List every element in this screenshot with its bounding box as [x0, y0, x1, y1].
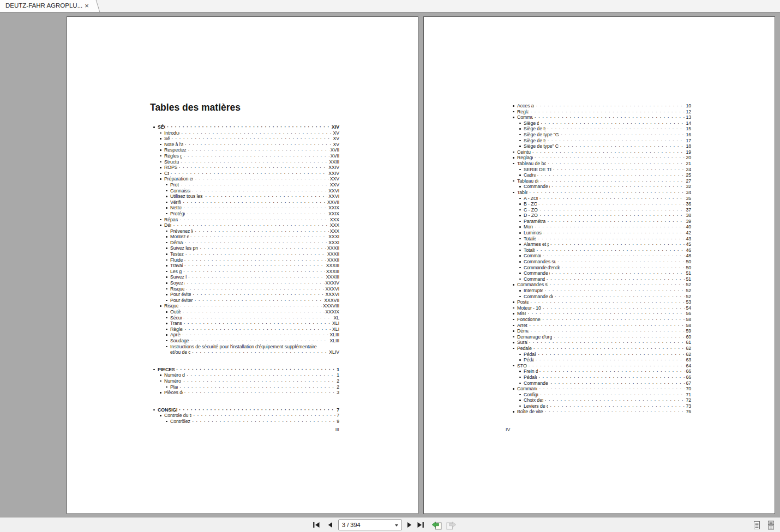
toc-entry: Commandes sur le tableau de bord à la dr… [513, 259, 691, 265]
toc-entry: Mise en route56 [513, 311, 691, 317]
toc-entry: Moteur - 100 premières heures de travail… [513, 305, 691, 311]
toc-entry: Protégez l'environnementXXIX [153, 211, 339, 217]
toc-entry: Risque de retournementXXXVI [153, 286, 339, 292]
toc-entry: Risques d'ordre généralXXXVIII [153, 303, 339, 309]
previous-view-button[interactable] [430, 519, 443, 530]
toc-entry: Commande accélérateur à main électroniqu… [513, 380, 691, 386]
toc-entry: STOP and GO64 [513, 363, 691, 369]
last-page-button[interactable] [415, 519, 427, 530]
toc-entry: Pédale d'accélérateur66 [513, 374, 691, 380]
toc-entry: Totalisateur partiel46 [513, 247, 691, 253]
next-page-icon [407, 522, 412, 528]
toc-entry: Pedales de commande62 [513, 346, 691, 352]
toc-entry: Choix des vitesses d'avancement72 [513, 397, 691, 403]
toc-entry: Commande d'enclenchement de la P.d.F. av… [513, 270, 691, 276]
toc-entry: Interrupteurs de phares de travail52 [513, 288, 691, 294]
next-page-button[interactable] [404, 519, 415, 530]
toc-entry: Suivez les règles de sécuritéXXXIII [153, 274, 339, 280]
toc-entry: Utilisez tous les dispositifs disponible… [153, 194, 339, 200]
toc-entry: Suivez les procédures de démarrage recom… [153, 245, 339, 251]
toc-entry: Commande d'enclenchement/désenclenchemen… [513, 265, 691, 271]
toc-entry: Demarrage d'urgence par l'intermediaire … [513, 334, 691, 340]
toc-entry: A - ZONE ÉCLAIRAGE35 [513, 196, 691, 202]
toc-entry: Boîte de vitesses avec inverseur hydraul… [513, 409, 691, 415]
toc-entry: Numéro de série du moteur2 [153, 378, 339, 384]
toc-entry: Arret du tracteur58 [513, 323, 691, 329]
toc-entry: Testez les commandesXXXII [153, 251, 339, 257]
toc-entry: SERIE DE TÉMOINS (voir légende page suiv… [513, 167, 691, 173]
pdf-page-left: Tables des matières SÉCURITÉXIVIntroduct… [67, 16, 418, 514]
toc-entry: Siège de type " GRAMMER MS 83/8 "15 [513, 126, 691, 132]
single-page-view-button[interactable] [751, 519, 762, 530]
toc-entry: Réparation du tracteurXXX [153, 217, 339, 223]
toc-entry: Suralimentation61 [513, 340, 691, 346]
toc-entry: Commutateur d'éclairage13 [513, 114, 691, 120]
toc-group: Acces au poste de conduite10Reglage du v… [513, 103, 691, 415]
toc-entry: PIECES DE RECHANGE1 [153, 367, 339, 373]
toc-entry: Commande d'enclenchement de la P.d.F. av… [513, 184, 691, 190]
toc-list-right: Acces au poste de conduite10Reglage du v… [513, 103, 691, 415]
tab-title: DEUTZ-FAHR AGROPLU... [5, 2, 82, 9]
toc-entry: SécuritéXV [153, 136, 339, 142]
toc-entry: Plaque EPA2 [153, 384, 339, 390]
toc-entry: Tableau de bord avec display digital27 [513, 178, 691, 184]
single-page-view-icon [753, 521, 761, 530]
previous-page-button[interactable] [325, 519, 335, 530]
toc-entry: Leviers de commandes de boîte de vitesse… [513, 403, 691, 409]
toc-entry: Transport sur routeXLI [153, 321, 339, 327]
toc-entry: Ceintures de sécurité19 [513, 149, 691, 155]
toc-group: PIECES DE RECHANGE1Numéro de fabrication… [153, 367, 339, 396]
toc-entry: Après l'utilisationXLIII [153, 332, 339, 338]
toc-entry: Montez et démontez en sécuritéXXXI [153, 234, 339, 240]
document-view: Tables des matières SÉCURITÉXIVIntroduct… [0, 13, 780, 517]
toc-entry: Commande de la pompe de l'essuie-lave-gl… [513, 294, 691, 300]
continuous-view-button[interactable] [765, 519, 776, 530]
toc-entry: Siège de type " COBO-MT SC74/M97"17 [513, 138, 691, 144]
toc-entry: Siège de type "KAB XH2"14 [513, 120, 691, 126]
next-view-icon [445, 521, 457, 530]
toc-entry: Frein de stationnement66 [513, 368, 691, 374]
toc-entry: Pièces de rechange d'origine3 [153, 390, 339, 396]
close-icon[interactable]: × [83, 2, 91, 10]
last-page-icon [417, 522, 424, 528]
page-combobox-value: 3 / 394 [342, 522, 361, 528]
toc-entry: Poste de conduite53 [513, 299, 691, 305]
toc-entry: Pour éviter les retournements vers l'arr… [153, 298, 339, 304]
toc-entry: Siège de type "GRAMMER MSG95A" avec susp… [513, 132, 691, 138]
tab-bar: DEUTZ-FAHR AGROPLU... × [0, 0, 780, 13]
toc-entry: Pour éviter les retournements latérauxXX… [153, 292, 339, 298]
toc-entry: Règles générales de sécuritéXVII [153, 153, 339, 159]
page-combobox[interactable]: 3 / 394 [338, 519, 402, 530]
document-tab[interactable]: DEUTZ-FAHR AGROPLU... × [0, 0, 93, 12]
toc-entry: Instructions de sécurité pour l'installa… [153, 344, 339, 350]
next-view-button[interactable] [445, 519, 458, 530]
toc-entry: C - ZONE FONCTIONS37 [513, 207, 691, 213]
toc-entry: Connaissance de votre équipementXXVI [153, 188, 339, 194]
previous-view-icon [431, 521, 443, 530]
toc-entry: Structures de protectionXXIII [153, 159, 339, 165]
toc-entry: Sécurité - TractionXL [153, 315, 339, 321]
toc-entry: ROPS endommagéeXXIV [153, 165, 339, 171]
toc-entry: Vérifiez le matérielXXVII [153, 200, 339, 205]
continuous-view-icon [767, 521, 775, 530]
toc-list-left: SÉCURITÉXIVIntroduction à la sécuritéXVS… [153, 124, 339, 425]
toc-entry: SÉCURITÉXIV [153, 124, 339, 130]
toc-entry: Note à l'attention de l'utilisateurXV [153, 142, 339, 148]
toc-entry: CONSIGNES D'UTILISATION7 [153, 407, 339, 413]
toc-entry: Luminosité du tableau de bord42 [513, 230, 691, 236]
toc-entry: Commandes situées dans le dessous de toi… [513, 282, 691, 288]
toc-entry: Prévenez le personnel avant de démarrerX… [153, 228, 339, 234]
toc-entry: Démarrage à froid59 [513, 328, 691, 334]
toc-entry: Acces au poste de conduite10 [513, 103, 691, 109]
toc-entry: Les gestes correctsXXXIII [153, 269, 339, 275]
toc-entry: Montre digitale40 [513, 224, 691, 230]
toc-entry: Fluide de demarrageXXXII [153, 257, 339, 263]
toc-entry: Configuration de la boîte71 [513, 392, 691, 398]
toc-entry: Commande des signaux de détresse51 [513, 276, 691, 282]
page-number-roman-right: IV [506, 427, 510, 432]
first-page-button[interactable] [311, 519, 322, 530]
toc-entry: Respectez un programme de sécuritéXVII [153, 147, 339, 153]
toc-entry: Commande d'arrêt du moteur48 [513, 253, 691, 259]
toc-entry: Démarrez en sécuritéXXXI [153, 240, 339, 246]
toc-entry: Contrôlez le niveau d'huile moteur9 [153, 419, 339, 425]
